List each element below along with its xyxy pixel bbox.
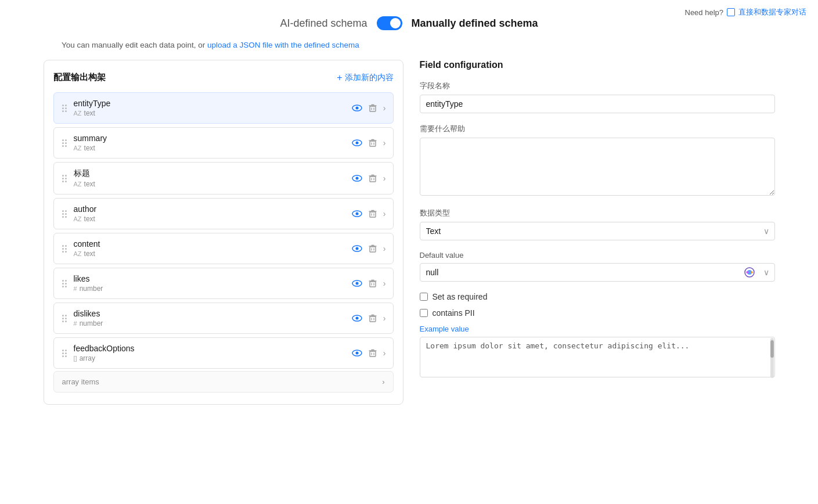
default-value-wrapper: null ∨	[420, 263, 775, 282]
svg-rect-9	[370, 141, 376, 146]
trash-icon[interactable]	[368, 314, 377, 323]
eye-icon[interactable]	[352, 278, 362, 289]
drag-handle[interactable]	[61, 348, 68, 358]
schema-toggle[interactable]	[377, 16, 402, 30]
left-panel-header: 配置输出构架 + 添加新的内容	[53, 72, 394, 83]
chevron-right-icon[interactable]: ›	[383, 244, 386, 253]
svg-rect-44	[370, 316, 376, 322]
contains-pii-group: contains PII	[420, 308, 775, 318]
type-icon: #	[74, 285, 77, 292]
eye-icon[interactable]	[352, 208, 362, 219]
schema-item[interactable]: entityType AZ text	[53, 92, 394, 124]
svg-rect-16	[370, 177, 376, 182]
svg-point-29	[355, 247, 358, 250]
type-label: text	[84, 144, 95, 152]
item-type: AZ text	[74, 250, 346, 258]
help-textarea[interactable]	[420, 138, 775, 196]
eye-icon[interactable]	[352, 348, 362, 358]
manual-schema-label: Manually defined schema	[412, 17, 538, 30]
item-info: feedbackOptions [] array	[74, 344, 346, 362]
example-textarea[interactable]	[420, 337, 775, 377]
svg-point-1	[355, 107, 358, 110]
trash-icon[interactable]	[368, 279, 377, 288]
drag-handle[interactable]	[61, 209, 68, 219]
schema-item[interactable]: likes # number	[53, 268, 394, 299]
schema-item[interactable]: 标题 AZ text ›	[53, 162, 394, 195]
chevron-right-icon[interactable]: ›	[383, 174, 386, 183]
drag-handle[interactable]	[61, 314, 68, 323]
item-actions: ›	[352, 208, 386, 219]
item-actions: ›	[352, 313, 386, 323]
item-name: entityType	[74, 99, 346, 108]
chevron-right-icon[interactable]: ›	[383, 279, 386, 288]
item-info: summary AZ text	[74, 134, 346, 152]
eye-icon[interactable]	[352, 103, 362, 113]
trash-icon[interactable]	[368, 348, 377, 358]
set-required-label[interactable]: Set as required	[433, 292, 488, 301]
left-panel: 配置输出构架 + 添加新的内容 entityType AZ text	[44, 60, 403, 405]
item-actions: ›	[352, 103, 386, 113]
chevron-right-icon[interactable]: ›	[383, 103, 386, 113]
chevron-right-icon[interactable]: ›	[383, 138, 386, 147]
svg-point-15	[355, 177, 358, 180]
svg-point-43	[355, 317, 358, 320]
add-new-button[interactable]: + 添加新的内容	[337, 73, 393, 83]
help-textarea-wrapper	[420, 138, 775, 197]
chat-icon	[727, 8, 735, 16]
item-actions: ›	[352, 278, 386, 289]
item-info: author AZ text	[74, 204, 346, 223]
drag-handle[interactable]	[61, 103, 68, 113]
type-icon: AZ	[74, 215, 82, 222]
eye-icon[interactable]	[352, 138, 362, 148]
drag-handle[interactable]	[61, 244, 68, 254]
trash-icon[interactable]	[368, 209, 377, 218]
array-items-row[interactable]: array items ›	[53, 371, 394, 393]
schema-item[interactable]: dislikes # number	[53, 303, 394, 334]
schema-item[interactable]: author AZ text	[53, 198, 394, 229]
color-picker-icon	[744, 267, 755, 278]
add-new-label: 添加新的内容	[345, 73, 394, 83]
item-name: 标题	[74, 168, 346, 179]
help-group: 需要什么帮助	[420, 124, 775, 197]
eye-icon[interactable]	[352, 173, 362, 183]
eye-icon[interactable]	[352, 243, 362, 254]
type-label: array	[80, 354, 95, 362]
svg-rect-23	[370, 212, 376, 217]
schema-item[interactable]: summary AZ text	[53, 127, 394, 159]
svg-point-59	[751, 271, 753, 273]
upload-json-link[interactable]: upload a JSON file with the defined sche…	[207, 41, 359, 49]
array-items-chevron: ›	[382, 377, 384, 386]
type-label: text	[84, 180, 95, 188]
chevron-right-icon[interactable]: ›	[383, 348, 386, 358]
item-info: likes # number	[74, 274, 346, 293]
chat-link[interactable]: 直接和数据专家对话	[738, 7, 806, 17]
field-name-input[interactable]	[420, 95, 775, 113]
trash-icon[interactable]	[368, 244, 377, 253]
type-label: number	[80, 319, 103, 327]
drag-handle[interactable]	[61, 174, 68, 183]
item-actions: ›	[352, 243, 386, 254]
toggle-knob	[390, 18, 401, 28]
ai-schema-label: AI-defined schema	[280, 17, 367, 30]
trash-icon[interactable]	[368, 103, 377, 113]
item-name: author	[74, 204, 346, 214]
contains-pii-checkbox[interactable]	[420, 309, 428, 317]
example-textarea-wrapper	[420, 337, 775, 379]
default-value-select[interactable]: null	[420, 263, 775, 282]
contains-pii-label[interactable]: contains PII	[433, 308, 475, 318]
svg-point-50	[355, 352, 358, 355]
chevron-right-icon[interactable]: ›	[383, 209, 386, 218]
schema-item[interactable]: content AZ text	[53, 233, 394, 264]
drag-handle[interactable]	[61, 279, 68, 289]
field-name-label: 字段名称	[420, 81, 775, 91]
trash-icon[interactable]	[368, 174, 377, 183]
drag-handle[interactable]	[61, 138, 68, 148]
eye-icon[interactable]	[352, 313, 362, 323]
chevron-right-icon[interactable]: ›	[383, 314, 386, 323]
trash-icon[interactable]	[368, 138, 377, 147]
data-type-select[interactable]: TextNumberBooleanArrayObject	[420, 222, 775, 240]
schema-item[interactable]: feedbackOptions [] array	[53, 337, 394, 369]
right-panel: Field configuration 字段名称 需要什么帮助 数据类型 Tex…	[403, 60, 775, 405]
set-required-checkbox[interactable]	[420, 293, 428, 301]
subtitle-prefix: You can manually edit each data point, o…	[62, 41, 207, 49]
